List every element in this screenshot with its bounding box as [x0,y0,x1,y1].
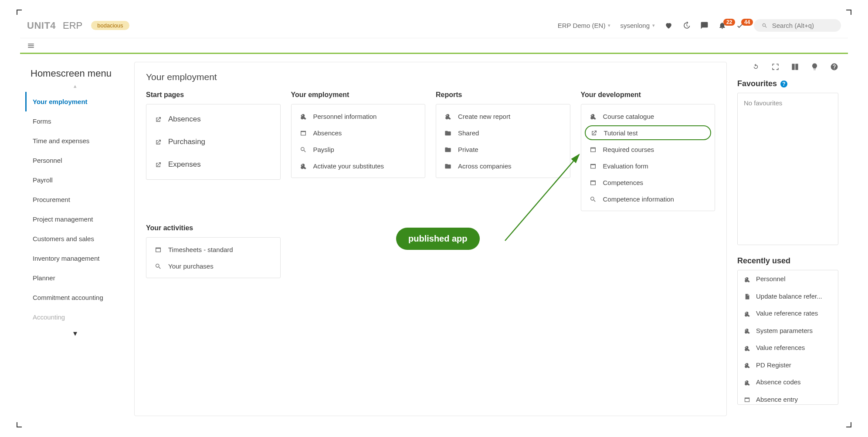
menu-item[interactable]: Activate your substitutes [292,158,425,174]
menu-item[interactable]: Course catalogue [581,108,715,124]
your-activities-box: Timesheets - standardYour purchases [146,237,281,278]
content: Your employment Start pages AbsencesPurc… [125,54,848,424]
company-dropdown-label: ERP Demo (EN) [558,22,606,29]
chat-button[interactable] [700,21,709,30]
menu-item[interactable]: Create new report [436,108,570,124]
window-icon [299,129,307,137]
sidebar-item[interactable]: Project management [25,209,125,229]
info-icon[interactable]: ? [780,81,787,87]
menu-item[interactable]: Competences [581,174,715,191]
user-dropdown[interactable]: sysenlong ▾ [620,22,655,29]
nav-collapse-button[interactable]: ▴ [25,83,125,89]
history-button[interactable] [682,21,691,30]
fullscreen-button[interactable] [771,62,780,71]
sidebar-item[interactable]: Accounting [25,307,125,327]
recent-item[interactable]: Value references [738,339,838,356]
recent-item[interactable]: Absence codes [738,373,838,391]
menu-item[interactable]: Across companies [436,158,570,174]
tools-icon [299,162,307,170]
menu-item[interactable]: Your purchases [146,258,280,274]
menu-item[interactable]: Tutorial test [585,125,712,140]
recent-item[interactable]: System parameters [738,322,838,340]
menu-toggle-button[interactable] [24,40,38,52]
menu-item[interactable]: Evaluation form [581,158,715,174]
right-column: Favourites ? No favourites Recently used… [737,62,838,416]
search-box[interactable] [754,19,841,32]
notifications-button[interactable]: 22 [718,21,726,30]
environment-badge: bodacious [91,21,129,30]
menu-item-label: Activate your substitutes [313,162,384,170]
col-reports: Reports Create new reportSharedPrivateAc… [436,91,570,211]
notifications-count: 22 [723,19,735,26]
favourites-heading: Favourites ? [737,79,838,88]
menu-item-label: Course catalogue [603,113,654,120]
menu-item[interactable]: Shared [436,124,570,141]
heart-icon [665,21,673,30]
sidebar-item[interactable]: Planner [25,268,125,288]
recent-item[interactable]: Absence entry [738,391,838,405]
column-heading: Your employment [291,91,426,99]
favourites-panel: No favourites [737,93,838,245]
sidebar-item[interactable]: Commitment accounting [25,288,125,307]
search-input[interactable] [772,22,833,29]
window-icon [154,245,162,253]
menu-item[interactable]: Competence information [581,191,715,207]
sidebar-item[interactable]: Payroll [25,170,125,190]
hint-button[interactable] [810,62,819,71]
recent-item[interactable]: Value reference rates [738,305,838,322]
menu-item-label: Expenses [168,160,201,169]
refresh-button[interactable] [752,62,760,71]
recent-item[interactable]: PD Register [738,356,838,374]
annotation-text: published app [408,234,468,243]
sidebar-item[interactable]: Customers and sales [25,229,125,249]
folder-icon [444,145,452,153]
recent-item-label: Update balance refer... [756,292,822,300]
sidebar: Homescreen menu ▴ Your employmentFormsTi… [20,54,125,424]
menu-item-label: Evaluation form [603,162,648,170]
menu-item[interactable]: Personnel information [292,108,425,124]
help-button[interactable] [830,62,838,71]
sidebar-item[interactable]: Inventory management [25,249,125,268]
main-card: Your employment Start pages AbsencesPurc… [134,62,727,416]
columns-icon [791,63,799,71]
recent-item[interactable]: Personnel [738,270,838,288]
sidebar-item[interactable]: Your employment [25,92,125,111]
lightbulb-icon [810,63,819,71]
your-employment-box: Personnel informationAbsencesPayslipActi… [291,104,426,178]
start-pages-box: AbsencesPurchasingExpenses [146,104,281,180]
search-icon [299,145,307,153]
your-development-box: Course catalogueTutorial testRequired co… [581,104,715,211]
recent-item[interactable]: Update balance refer... [738,288,838,305]
sidebar-item[interactable]: Time and expenses [25,131,125,151]
menu-item-label: Private [458,146,478,153]
nav-expand-button[interactable]: ▾ [25,329,125,338]
menu-item[interactable]: Payslip [292,141,425,158]
sidebar-item[interactable]: Procurement [25,190,125,209]
menu-item-label: Shared [458,129,479,137]
company-dropdown[interactable]: ERP Demo (EN) ▾ [558,22,611,29]
menu-item-label: Purchasing [168,138,205,146]
doc-icon [744,292,751,300]
favourites-title: Favourites [737,79,777,88]
menu-item[interactable]: Absences [146,108,280,131]
menu-item[interactable]: Expenses [146,153,280,176]
menu-item[interactable]: Timesheets - standard [146,241,280,258]
tools-icon [744,378,751,386]
annotation-bubble: published app [396,228,480,250]
menu-item[interactable]: Required courses [581,141,715,158]
group-row-1: Start pages AbsencesPurchasingExpenses Y… [146,91,715,211]
menu-item[interactable]: Private [436,141,570,158]
favourites-button[interactable] [665,21,673,30]
tools-icon [744,275,751,283]
window-icon [589,178,597,186]
columns-button[interactable] [791,62,799,71]
sidebar-item[interactable]: Forms [25,111,125,131]
menu-item[interactable]: Absences [292,124,425,141]
refresh-icon [752,63,760,71]
sidebar-item[interactable]: Personnel [25,151,125,170]
column-heading: Reports [436,91,570,99]
page-toolbar [737,62,838,71]
window-icon [589,145,597,153]
tasks-button[interactable]: 44 [736,21,744,30]
menu-item[interactable]: Purchasing [146,131,280,153]
